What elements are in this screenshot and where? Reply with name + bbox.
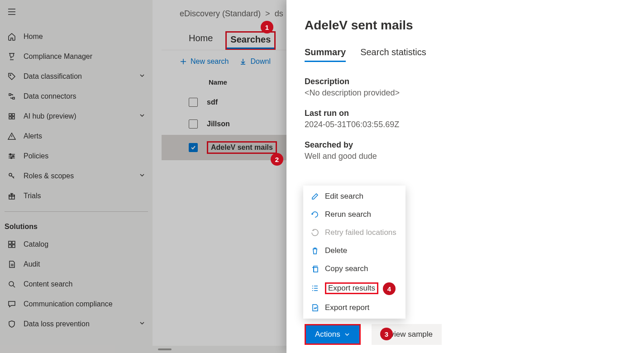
menu-item-export-report[interactable]: Export report [303,299,405,317]
list-icon [310,284,320,293]
menu-item-rerun-search[interactable]: Rerun search [303,205,405,224]
callout-3: 3 [380,328,393,340]
menu-item-label: Retry failed locations [325,228,396,237]
menu-item-delete[interactable]: Delete [303,242,405,260]
actions-button[interactable]: Actions [305,324,361,345]
menu-item-label: Export report [325,303,369,312]
menu-item-label: Edit search [325,192,363,201]
callout-4: 4 [383,282,396,295]
lastrun-value: 2024-05-31T06:03:55.69Z [305,120,626,129]
panel-title: AdeleV sent mails [305,18,626,33]
lastrun-label: Last run on [305,109,626,118]
callout-2: 2 [271,153,283,166]
menu-item-edit-search[interactable]: Edit search [303,187,405,205]
menu-item-copy-search[interactable]: Copy search [303,260,405,278]
delete-icon [310,246,320,255]
retry-icon [310,228,320,237]
actions-menu: Edit searchRerun searchRetry failed loca… [303,186,405,319]
menu-item-label: Rerun search [325,210,371,219]
svg-rect-11 [314,267,318,272]
callout-1: 1 [261,21,273,33]
copy-icon [310,264,320,273]
refresh-icon [310,210,320,219]
edit-icon [310,192,320,201]
description-value: <No description provided> [305,88,626,98]
menu-item-label: Delete [325,246,347,255]
searchedby-label: Searched by [305,140,626,150]
report-icon [310,303,320,312]
panel-tabs: Summary Search statistics [305,47,626,62]
searchedby-value: Well and good dude [305,152,626,161]
menu-item-label: Export results [325,282,378,294]
description-label: Description [305,77,626,86]
menu-item-retry-failed-locations: Retry failed locations [303,224,405,242]
panel-tab-summary[interactable]: Summary [305,47,346,62]
panel-tab-statistics[interactable]: Search statistics [360,47,426,62]
menu-item-label: Copy search [325,264,368,273]
